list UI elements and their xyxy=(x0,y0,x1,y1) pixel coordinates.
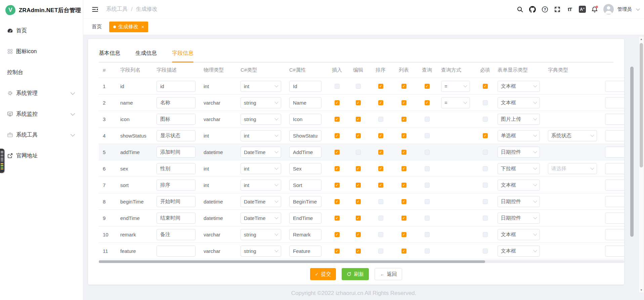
insert-checkbox[interactable]: ✓ xyxy=(335,100,340,105)
csharp-type-select[interactable]: int xyxy=(241,180,281,191)
tab-basic-info[interactable]: 基本信息 xyxy=(99,50,120,62)
page-scrollbar[interactable]: ▲ ▼ xyxy=(639,36,644,293)
scroll-down-arrow[interactable]: ▼ xyxy=(639,288,644,293)
csharp-property-input[interactable] xyxy=(289,246,321,257)
dict-type-select[interactable]: 系统状态 xyxy=(548,130,597,141)
sort-checkbox[interactable] xyxy=(378,232,383,237)
query-checkbox[interactable] xyxy=(425,199,430,204)
edit-checkbox[interactable]: ✓ xyxy=(356,232,361,237)
translate-icon[interactable]: Ax xyxy=(578,6,586,13)
list-checkbox[interactable]: ✓ xyxy=(401,150,406,155)
field-description-input[interactable] xyxy=(157,246,196,257)
avatar[interactable] xyxy=(603,4,614,14)
horizontal-scrollbar[interactable] xyxy=(99,260,624,263)
sort-checkbox[interactable] xyxy=(378,249,383,254)
query-checkbox[interactable] xyxy=(425,216,430,221)
sidebar-item-3[interactable]: 系统管理 xyxy=(0,83,83,104)
query-checkbox[interactable] xyxy=(425,133,430,138)
query-checkbox[interactable] xyxy=(425,117,430,122)
csharp-property-input[interactable] xyxy=(289,147,321,158)
edit-checkbox[interactable]: ✓ xyxy=(356,216,361,221)
sort-checkbox[interactable] xyxy=(378,117,383,122)
insert-checkbox[interactable]: ✓ xyxy=(335,249,340,254)
form-type-select[interactable]: 文本框 xyxy=(498,229,540,240)
list-checkbox[interactable]: ✓ xyxy=(401,100,406,105)
form-type-select[interactable]: 日期控件 xyxy=(498,196,540,207)
edit-checkbox[interactable]: ✓ xyxy=(356,166,361,171)
sidebar-collapse-icon[interactable] xyxy=(91,6,99,13)
list-checkbox[interactable]: ✓ xyxy=(401,166,406,171)
list-checkbox[interactable]: ✓ xyxy=(401,133,406,138)
content-vertical-scrollbar-thumb[interactable] xyxy=(630,67,634,237)
sort-checkbox[interactable]: ✓ xyxy=(378,150,383,155)
refresh-button[interactable]: 刷新 xyxy=(342,268,369,280)
list-checkbox[interactable]: ✓ xyxy=(401,199,406,204)
field-description-input[interactable] xyxy=(157,81,196,92)
sort-checkbox[interactable]: ✓ xyxy=(378,183,383,188)
field-description-input[interactable] xyxy=(157,130,196,141)
close-icon[interactable]: × xyxy=(141,24,144,30)
tab-field-info[interactable]: 字段信息 xyxy=(172,50,194,62)
form-type-select[interactable]: 文本框 xyxy=(498,97,540,108)
query-checkbox[interactable] xyxy=(425,166,430,171)
sort-checkbox[interactable]: ✓ xyxy=(378,100,383,105)
horizontal-scrollbar-thumb[interactable] xyxy=(99,260,485,263)
insert-checkbox[interactable]: ✓ xyxy=(335,183,340,188)
extra-input[interactable] xyxy=(605,180,624,191)
sidebar-item-1[interactable]: 图标icon xyxy=(0,41,83,62)
submit-button[interactable]: ✓提交 xyxy=(310,268,336,280)
field-description-input[interactable] xyxy=(157,163,196,174)
csharp-type-select[interactable]: int xyxy=(241,163,281,174)
csharp-type-select[interactable]: int xyxy=(241,130,281,141)
field-description-input[interactable] xyxy=(157,147,196,158)
form-type-select[interactable]: 日期控件 xyxy=(498,213,540,224)
csharp-type-select[interactable]: string xyxy=(241,97,281,108)
extra-input[interactable] xyxy=(605,130,624,141)
tab-generate-info[interactable]: 生成信息 xyxy=(135,50,157,62)
list-checkbox[interactable]: ✓ xyxy=(401,232,406,237)
edit-checkbox[interactable] xyxy=(356,84,361,89)
form-type-select[interactable]: 文本框 xyxy=(498,246,540,257)
required-checkbox[interactable] xyxy=(483,117,488,122)
csharp-property-input[interactable] xyxy=(289,213,321,224)
chevron-down-icon[interactable] xyxy=(636,7,640,10)
insert-checkbox[interactable]: ✓ xyxy=(335,150,340,155)
insert-checkbox[interactable]: ✓ xyxy=(335,232,340,237)
side-widget-tab[interactable] xyxy=(0,149,4,173)
field-description-input[interactable] xyxy=(157,180,196,191)
insert-checkbox[interactable] xyxy=(335,84,340,89)
extra-input[interactable] xyxy=(605,97,624,108)
csharp-property-input[interactable] xyxy=(289,97,321,108)
sidebar-item-0[interactable]: 首页 xyxy=(0,20,83,41)
field-description-input[interactable] xyxy=(157,114,196,125)
sort-checkbox[interactable]: ✓ xyxy=(378,166,383,171)
edit-checkbox[interactable]: ✓ xyxy=(356,117,361,122)
query-mode-select[interactable]: = xyxy=(441,81,470,92)
scroll-up-arrow[interactable]: ▲ xyxy=(639,37,644,42)
breadcrumb-item[interactable]: 系统工具 xyxy=(106,6,128,13)
edit-checkbox[interactable] xyxy=(356,150,361,155)
sort-checkbox[interactable] xyxy=(378,199,383,204)
required-checkbox[interactable]: ✓ xyxy=(483,84,488,89)
csharp-type-select[interactable]: DateTime xyxy=(241,147,281,158)
field-description-input[interactable] xyxy=(157,229,196,240)
query-checkbox[interactable] xyxy=(425,232,430,237)
insert-checkbox[interactable]: ✓ xyxy=(335,166,340,171)
list-checkbox[interactable]: ✓ xyxy=(401,216,406,221)
extra-input[interactable] xyxy=(605,246,624,257)
csharp-property-input[interactable] xyxy=(289,196,321,207)
required-checkbox[interactable] xyxy=(483,232,488,237)
form-type-select[interactable]: 文本框 xyxy=(498,81,540,92)
tag-generate-edit[interactable]: 生成修改 × xyxy=(109,22,148,32)
csharp-property-input[interactable] xyxy=(289,229,321,240)
csharp-property-input[interactable] xyxy=(289,81,321,92)
dict-type-select[interactable]: 请选择 xyxy=(548,163,597,174)
csharp-property-input[interactable] xyxy=(289,114,321,125)
extra-input[interactable] xyxy=(605,196,624,207)
csharp-type-select[interactable]: string xyxy=(241,114,281,125)
search-icon[interactable] xyxy=(516,6,524,13)
required-checkbox[interactable] xyxy=(483,150,488,155)
field-description-input[interactable] xyxy=(157,213,196,224)
extra-input[interactable] xyxy=(605,163,624,174)
edit-checkbox[interactable]: ✓ xyxy=(356,100,361,105)
